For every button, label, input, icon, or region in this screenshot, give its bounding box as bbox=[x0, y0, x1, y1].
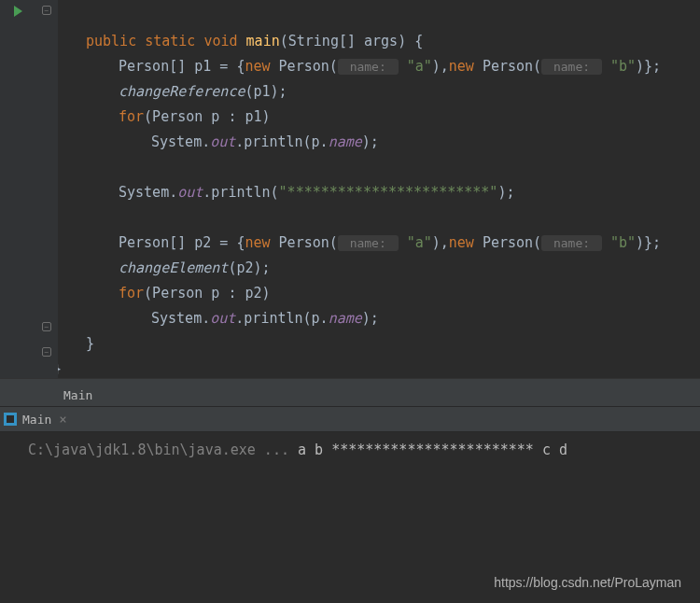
code-text: System. bbox=[151, 310, 210, 327]
code-text: ), bbox=[432, 234, 449, 251]
field-ref: name bbox=[329, 133, 362, 150]
code-text: System. bbox=[151, 133, 210, 150]
param-hint: name: bbox=[338, 235, 399, 251]
run-tab-icon bbox=[4, 413, 17, 426]
code-text: ), bbox=[432, 58, 449, 75]
console-output[interactable]: C:\java\jdk1.8\bin\java.exe ... a b ****… bbox=[0, 432, 700, 463]
code-text: ); bbox=[497, 184, 514, 201]
code-text: Person( bbox=[271, 58, 338, 75]
code-text: )}; bbox=[636, 58, 661, 75]
run-tab-bar: Main × bbox=[0, 406, 700, 432]
code-text: ); bbox=[362, 310, 379, 327]
code-text: Person( bbox=[271, 234, 338, 251]
run-config-bar: Main bbox=[0, 378, 700, 406]
string-literal: "b" bbox=[610, 58, 636, 75]
string-literal: "a" bbox=[407, 58, 432, 75]
code-text: Person( bbox=[474, 234, 541, 251]
field-ref: out bbox=[177, 184, 203, 201]
code-text: (String[] args) { bbox=[280, 33, 424, 49]
code-text: (p2); bbox=[228, 259, 270, 276]
console-line: d bbox=[559, 442, 567, 458]
fold-icon[interactable] bbox=[42, 322, 51, 331]
param-hint: name: bbox=[541, 235, 602, 251]
brace-close: } bbox=[86, 335, 94, 352]
method-call: changeElement bbox=[119, 259, 228, 276]
watermark: https://blog.csdn.net/ProLayman bbox=[494, 575, 681, 590]
code-text: (p1); bbox=[245, 83, 287, 100]
code-text: Person( bbox=[474, 58, 541, 75]
param-hint: name: bbox=[338, 59, 399, 75]
method-call: changeReference bbox=[119, 83, 245, 100]
fold-icon[interactable] bbox=[42, 6, 51, 15]
code-text: Person[] p2 = { bbox=[119, 234, 245, 251]
keyword: new bbox=[449, 234, 474, 251]
gutter bbox=[0, 0, 58, 378]
keyword: public bbox=[86, 33, 136, 49]
console-line: b bbox=[315, 442, 323, 458]
field-ref: out bbox=[210, 133, 235, 150]
code-content[interactable]: public static void main(String[] args) {… bbox=[58, 0, 661, 378]
keyword: static bbox=[145, 33, 195, 49]
console-line: ************************ bbox=[331, 442, 534, 458]
string-literal: "a" bbox=[407, 234, 432, 251]
code-text: Person[] p1 = { bbox=[119, 58, 245, 75]
param-hint: name: bbox=[541, 59, 602, 75]
code-text: )}; bbox=[636, 234, 661, 251]
code-text: .println( bbox=[203, 184, 278, 201]
field-ref: name bbox=[329, 310, 362, 327]
console-line: c bbox=[542, 442, 551, 458]
console-line: a bbox=[298, 442, 306, 458]
bottom-panel: Main Main × C:\java\jdk1.8\bin\java.exe … bbox=[0, 378, 700, 463]
code-text: (Person p : p2) bbox=[144, 285, 270, 302]
keyword: for bbox=[119, 285, 144, 302]
code-text: .println(p. bbox=[235, 133, 328, 150]
field-ref: out bbox=[210, 310, 235, 327]
keyword: new bbox=[449, 58, 474, 75]
keyword: new bbox=[245, 58, 270, 75]
run-config-name[interactable]: Main bbox=[54, 385, 102, 406]
editor-area: public static void main(String[] args) {… bbox=[0, 0, 700, 378]
console-command: C:\java\jdk1.8\bin\java.exe ... bbox=[28, 442, 289, 458]
run-gutter-icon[interactable] bbox=[14, 6, 22, 17]
string-literal: "b" bbox=[610, 234, 636, 251]
keyword: new bbox=[245, 234, 270, 251]
fold-icon[interactable] bbox=[42, 347, 51, 357]
code-text: .println(p. bbox=[235, 310, 328, 327]
code-text: System. bbox=[119, 184, 177, 201]
string-literal: "************************" bbox=[279, 184, 498, 201]
keyword: for bbox=[119, 108, 144, 125]
run-tab-name[interactable]: Main bbox=[22, 413, 51, 427]
keyword: void bbox=[203, 33, 237, 49]
close-icon[interactable]: × bbox=[59, 412, 66, 427]
method-name: main bbox=[246, 33, 280, 49]
code-text: (Person p : p1) bbox=[144, 108, 270, 125]
code-text: ); bbox=[362, 133, 379, 150]
